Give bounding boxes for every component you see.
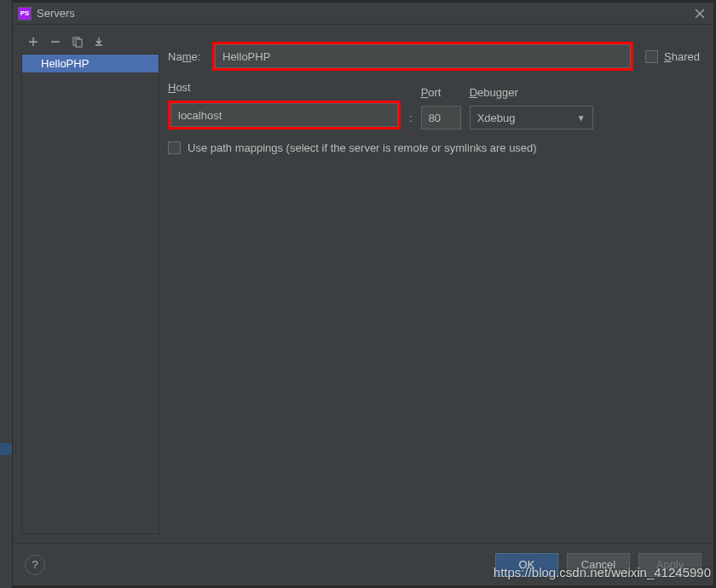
copy-button[interactable] xyxy=(71,35,84,49)
port-input[interactable] xyxy=(421,106,461,130)
port-column: Port xyxy=(421,86,461,130)
colon-separator: : xyxy=(409,106,413,130)
cancel-button[interactable]: Cancel xyxy=(567,553,630,577)
debugger-label: Debugger xyxy=(470,86,593,99)
server-form: Name: Shared Host : Port xyxy=(168,33,700,534)
remove-icon xyxy=(49,36,61,48)
svg-rect-1 xyxy=(76,39,82,47)
window-title: Servers xyxy=(37,7,691,20)
remove-button[interactable] xyxy=(49,35,62,49)
host-input[interactable] xyxy=(170,103,398,127)
port-label: Port xyxy=(421,86,461,99)
apply-button[interactable]: Apply xyxy=(638,553,702,577)
path-mappings-checkbox[interactable] xyxy=(168,141,181,154)
host-port-debugger-row: Host : Port Debugger Xdebug ▼ xyxy=(168,81,700,130)
servers-dialog: PS Servers HelloPHP xyxy=(12,2,714,586)
path-mappings-label: Use path mappings (select if the server … xyxy=(188,141,537,154)
add-icon xyxy=(27,36,39,48)
chevron-down-icon: ▼ xyxy=(577,113,586,123)
host-label: Host xyxy=(168,81,401,94)
debugger-select[interactable]: Xdebug ▼ xyxy=(470,106,593,130)
debugger-value: Xdebug xyxy=(477,112,516,124)
name-input[interactable] xyxy=(215,44,631,68)
name-row: Name: Shared xyxy=(168,42,700,71)
host-input-highlight xyxy=(168,101,401,130)
background-strip xyxy=(0,0,12,588)
copy-icon xyxy=(72,36,84,48)
name-input-highlight xyxy=(212,42,633,71)
help-button[interactable]: ? xyxy=(25,555,45,575)
list-item[interactable]: HelloPHP xyxy=(22,55,159,72)
shared-label: Shared xyxy=(664,50,700,63)
add-button[interactable] xyxy=(26,35,40,49)
shared-wrap: Shared xyxy=(645,50,700,63)
list-toolbar xyxy=(21,33,159,54)
dialog-body: HelloPHP Name: Shared Host xyxy=(13,25,713,543)
import-button[interactable] xyxy=(93,35,107,49)
titlebar: PS Servers xyxy=(13,3,713,25)
close-icon xyxy=(695,9,705,19)
dialog-footer: ? OK Cancel Apply xyxy=(13,543,713,585)
server-list-panel: HelloPHP xyxy=(21,33,159,534)
name-label: Name: xyxy=(168,50,212,63)
background-selection-strip xyxy=(0,443,12,455)
import-icon xyxy=(94,36,106,48)
close-button[interactable] xyxy=(691,5,708,22)
debugger-column: Debugger Xdebug ▼ xyxy=(470,86,593,130)
app-icon: PS xyxy=(18,7,32,20)
ok-button[interactable]: OK xyxy=(495,553,558,577)
shared-checkbox[interactable] xyxy=(645,50,658,63)
path-mappings-row: Use path mappings (select if the server … xyxy=(168,141,700,154)
server-list[interactable]: HelloPHP xyxy=(21,54,159,534)
host-column: Host xyxy=(168,81,401,130)
